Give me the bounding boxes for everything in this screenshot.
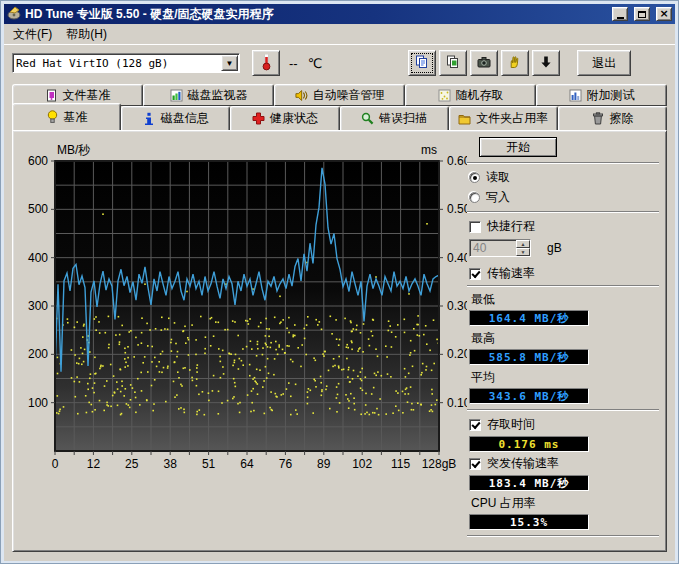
x-tick-label: 51 (202, 457, 216, 471)
x-tick-label: 0 (52, 457, 59, 471)
spinner-buttons[interactable]: ▲▼ (516, 240, 530, 256)
health-cross-icon (252, 112, 265, 125)
menu-item-file[interactable]: 文件(F) (6, 24, 59, 45)
tab-disk-monitor[interactable]: 磁盘监视器 (143, 84, 274, 106)
benchmark-chart: 1002003004005006000.100.200.300.400.500.… (15, 135, 467, 475)
y-right-tick-label: 0.60 (447, 154, 467, 168)
short-stroke-size-input[interactable]: ▲▼ (469, 239, 531, 257)
tab-error-scan[interactable]: 错误扫描 (340, 106, 449, 130)
trash-icon (591, 112, 604, 125)
burst-rate-label: 突发传输速率 (487, 455, 559, 472)
burst-rate-display: 183.4 MB/秒 (469, 475, 589, 491)
short-stroke-size-value[interactable] (470, 240, 510, 256)
short-stroke-checkbox[interactable] (469, 221, 481, 233)
maximize-icon (638, 11, 646, 18)
close-icon: × (659, 9, 668, 19)
chevron-down-icon[interactable]: ▼ (221, 55, 238, 71)
y-right-tick-label: 0.30 (447, 299, 467, 313)
toolbar: Red Hat VirtIO (128 gB) ▼ -- ℃ 退出 (4, 44, 675, 81)
transfer-rate-checkbox[interactable] (469, 268, 481, 280)
start-button-label: 开始 (506, 139, 530, 156)
write-radio[interactable] (469, 192, 480, 203)
y-right-tick-label: 0.20 (447, 347, 467, 361)
temperature-unit: ℃ (308, 56, 323, 71)
short-stroke-size-row: ▲▼ gB (469, 239, 667, 257)
copy-text-button[interactable] (408, 50, 436, 76)
x-tick-label: 38 (164, 457, 178, 471)
drive-select[interactable]: Red Hat VirtIO (128 gB) ▼ (12, 53, 240, 73)
close-button[interactable]: × (656, 7, 672, 21)
tab-label: 自动噪音管理 (313, 87, 385, 104)
save-button[interactable] (532, 50, 560, 76)
copy-image-icon (446, 55, 460, 72)
tab-erase[interactable]: 擦除 (558, 106, 667, 130)
read-radio-label: 读取 (486, 169, 510, 186)
tab-label: 文件基准 (63, 87, 111, 104)
tab-disk-info[interactable]: 磁盘信息 (121, 106, 230, 130)
spinner-down-icon[interactable]: ▼ (516, 248, 530, 256)
burst-rate-checkbox[interactable] (469, 458, 481, 470)
x-tick-label: 12 (87, 457, 101, 471)
start-button[interactable]: 开始 (479, 137, 557, 157)
maximize-button[interactable] (634, 7, 650, 21)
y-left-tick-label: 400 (28, 251, 48, 265)
y-right-axis-label: ms (421, 143, 437, 157)
x-tick-label: 89 (317, 457, 331, 471)
tab-strip: 文件基准磁盘监视器自动噪音管理随机存取附加测试 基准磁盘信息健康状态错误扫描文件… (12, 84, 667, 130)
x-tick-label: 25 (125, 457, 139, 471)
write-radio-label: 写入 (486, 189, 510, 206)
info-icon (143, 112, 156, 125)
write-radio-row[interactable]: 写入 (469, 189, 667, 206)
tab-label: 磁盘信息 (161, 110, 209, 127)
options-button[interactable] (501, 50, 529, 76)
menu-bar: 文件(F)帮助(H) (4, 24, 675, 44)
tab-random-access[interactable]: 随机存取 (405, 84, 536, 106)
spinner-up-icon[interactable]: ▲ (516, 240, 530, 248)
title-bar[interactable]: HD Tune 专业版 5.50 - 硬盘/固态硬盘实用程序 × (4, 4, 675, 24)
drive-select-value: Red Hat VirtIO (128 gB) (13, 57, 220, 70)
tab-aam[interactable]: 自动噪音管理 (274, 84, 405, 106)
transfer-rate-label: 传输速率 (487, 265, 535, 282)
hand-icon (508, 55, 522, 72)
max-value-display: 585.8 MB/秒 (469, 349, 589, 365)
y-left-tick-label: 100 (28, 396, 48, 410)
access-time-row[interactable]: 存取时间 (469, 416, 667, 433)
temperature-button[interactable] (252, 50, 280, 76)
random-access-icon (438, 89, 451, 102)
burst-rate-row[interactable]: 突发传输速率 (469, 455, 667, 472)
tab-health[interactable]: 健康状态 (230, 106, 339, 130)
camera-icon (477, 55, 491, 72)
bulb-icon (46, 111, 59, 124)
x-tick-label: 115 (391, 457, 410, 471)
short-stroke-label: 快捷行程 (487, 218, 535, 235)
tab-label: 基准 (64, 109, 88, 126)
disk-monitor-icon (170, 89, 183, 102)
screenshot-button[interactable] (470, 50, 498, 76)
short-stroke-unit: gB (547, 241, 562, 255)
tab-benchmark[interactable]: 基准 (12, 103, 121, 130)
exit-button-label: 退出 (592, 55, 616, 72)
thermometer-icon (260, 52, 273, 74)
read-radio[interactable] (469, 172, 480, 183)
exit-button[interactable]: 退出 (577, 50, 631, 76)
cpu-usage-label: CPU 占用率 (471, 495, 667, 512)
short-stroke-row[interactable]: 快捷行程 (469, 218, 667, 235)
access-time-label: 存取时间 (487, 416, 535, 433)
tab-folder-usage[interactable]: 文件夹占用率 (449, 106, 558, 130)
tab-label: 附加测试 (587, 87, 635, 104)
read-radio-row[interactable]: 读取 (469, 169, 667, 186)
avg-value-display: 343.6 MB/秒 (469, 388, 589, 404)
y-left-tick-label: 500 (28, 202, 48, 216)
y-left-tick-label: 600 (28, 154, 48, 168)
menu-item-help[interactable]: 帮助(H) (59, 24, 114, 45)
access-time-checkbox[interactable] (469, 419, 481, 431)
grid-lines (55, 161, 439, 451)
temperature-value: -- (289, 56, 298, 71)
app-window: HD Tune 专业版 5.50 - 硬盘/固态硬盘实用程序 × 文件(F)帮助… (0, 0, 679, 564)
transfer-rate-row[interactable]: 传输速率 (469, 265, 667, 282)
y-left-axis-label: MB/秒 (57, 143, 90, 157)
minimize-button[interactable] (612, 7, 628, 21)
copy-image-button[interactable] (439, 50, 467, 76)
cpu-usage-display: 15.3% (469, 514, 589, 530)
tab-extra-tests[interactable]: 附加测试 (536, 84, 667, 106)
